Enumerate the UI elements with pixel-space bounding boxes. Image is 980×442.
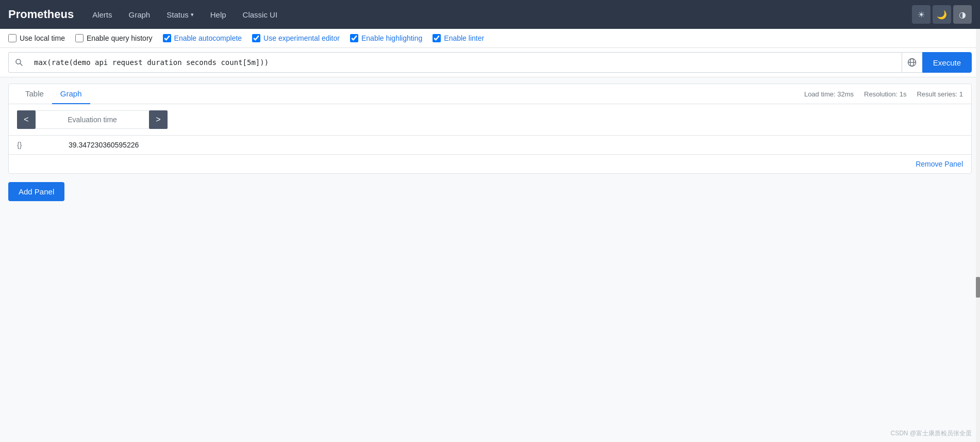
nav-classic-ui[interactable]: Classic UI	[237, 6, 284, 23]
navbar: Prometheus Alerts Graph Status ▾ Help Cl…	[0, 0, 980, 29]
execute-button[interactable]: Execute	[922, 52, 972, 73]
enable-autocomplete-checkbox[interactable]	[163, 34, 171, 42]
table-row: {} 39.347230360595226	[9, 136, 971, 155]
enable-linter-option[interactable]: Enable linter	[433, 34, 484, 42]
use-experimental-editor-label: Use experimental editor	[263, 34, 340, 42]
eval-time-row: < Evaluation time >	[9, 104, 971, 135]
use-experimental-editor-option[interactable]: Use experimental editor	[252, 34, 340, 42]
tab-graph[interactable]: Graph	[52, 84, 90, 104]
use-experimental-editor-checkbox[interactable]	[252, 34, 260, 42]
brand-logo[interactable]: Prometheus	[8, 8, 74, 21]
enable-linter-label: Enable linter	[444, 34, 484, 42]
table-cell-value: 39.347230360595226	[60, 136, 971, 155]
query-bar: Execute	[0, 48, 980, 77]
eval-time-prev-button[interactable]: <	[17, 110, 36, 129]
tab-table[interactable]: Table	[17, 84, 52, 104]
query-input[interactable]	[29, 52, 902, 73]
result-table: {} 39.347230360595226	[9, 135, 971, 154]
use-local-time-label: Use local time	[20, 34, 65, 42]
chevron-down-icon: ▾	[191, 11, 194, 18]
enable-query-history-option[interactable]: Enable query history	[75, 34, 153, 42]
eval-time-next-button[interactable]: >	[149, 110, 168, 129]
metrics-explorer-button[interactable]	[902, 52, 922, 73]
theme-dark-button[interactable]: 🌙	[933, 5, 951, 24]
nav-status-dropdown[interactable]: Status ▾	[160, 6, 200, 23]
options-bar: Use local time Enable query history Enab…	[0, 29, 980, 48]
resolution-stat: Resolution: 1s	[864, 90, 906, 98]
theme-buttons: ☀ 🌙 ◑	[912, 5, 972, 24]
svg-line-1	[20, 63, 22, 66]
enable-autocomplete-option[interactable]: Enable autocomplete	[163, 34, 242, 42]
panel-tabs: Table Graph Load time: 32ms Resolution: …	[9, 84, 971, 104]
scrollbar[interactable]	[976, 29, 980, 209]
remove-panel-button[interactable]: Remove Panel	[916, 160, 963, 168]
enable-highlighting-label: Enable highlighting	[361, 34, 422, 42]
enable-query-history-label: Enable query history	[87, 34, 153, 42]
table-cell-key: {}	[9, 136, 60, 155]
enable-highlighting-option[interactable]: Enable highlighting	[350, 34, 422, 42]
add-panel-button[interactable]: Add Panel	[8, 182, 64, 201]
theme-light-button[interactable]: ☀	[912, 5, 931, 24]
nav-graph[interactable]: Graph	[123, 6, 157, 23]
use-local-time-checkbox[interactable]	[8, 34, 16, 42]
stats-info: Load time: 32ms Resolution: 1s Result se…	[804, 90, 963, 98]
enable-highlighting-checkbox[interactable]	[350, 34, 358, 42]
enable-linter-checkbox[interactable]	[433, 34, 441, 42]
nav-alerts[interactable]: Alerts	[86, 6, 118, 23]
nav-help[interactable]: Help	[204, 6, 232, 23]
theme-auto-button[interactable]: ◑	[953, 5, 972, 24]
eval-time-label: Evaluation time	[36, 110, 149, 129]
query-panel: Table Graph Load time: 32ms Resolution: …	[8, 84, 972, 174]
search-icon	[8, 52, 29, 73]
result-series-stat: Result series: 1	[917, 90, 963, 98]
enable-autocomplete-label: Enable autocomplete	[174, 34, 242, 42]
use-local-time-option[interactable]: Use local time	[8, 34, 65, 42]
remove-panel-row: Remove Panel	[9, 154, 971, 173]
load-time-stat: Load time: 32ms	[804, 90, 854, 98]
enable-query-history-checkbox[interactable]	[75, 34, 84, 42]
